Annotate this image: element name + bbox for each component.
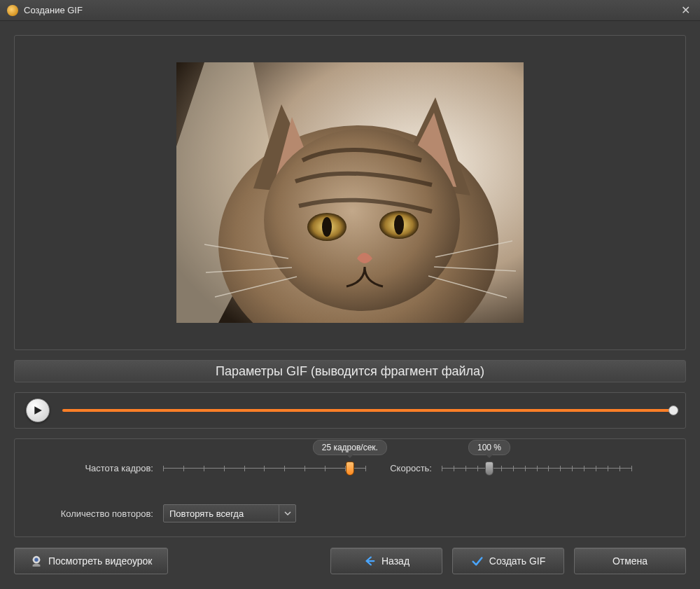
back-label: Назад	[382, 555, 410, 567]
svg-point-2	[264, 129, 460, 311]
close-icon[interactable]: ✕	[678, 4, 693, 17]
params-pane: Частота кадров: 25 кадров/сек. Скорость:…	[14, 438, 686, 537]
video-lesson-button[interactable]: Посмотреть видеоурок	[14, 548, 168, 574]
webcam-icon	[30, 555, 43, 567]
chevron-down-icon	[279, 505, 295, 522]
fps-tooltip: 25 кадров/сек.	[313, 440, 387, 455]
svg-point-14	[34, 558, 38, 562]
timeline-handle[interactable]	[668, 406, 678, 415]
cat-illustration	[176, 62, 524, 323]
speed-label: Скорость:	[376, 463, 432, 473]
back-button[interactable]: Назад	[330, 548, 442, 574]
play-button[interactable]	[26, 399, 50, 422]
window-title: Создание GIF	[24, 5, 678, 15]
preview-pane	[14, 35, 686, 350]
create-label: Создать GIF	[489, 555, 545, 567]
fps-slider[interactable]: 25 кадров/сек.	[163, 464, 366, 473]
timeline-pane	[14, 392, 686, 429]
arrow-left-icon	[363, 555, 376, 567]
repeat-select[interactable]: Повторять всегда	[163, 504, 296, 522]
cancel-label: Отмена	[612, 555, 648, 567]
video-lesson-label: Посмотреть видеоурок	[48, 555, 152, 567]
svg-point-6	[394, 215, 404, 235]
cancel-button[interactable]: Отмена	[574, 548, 686, 574]
svg-point-5	[322, 217, 332, 237]
speed-thumb[interactable]	[485, 462, 493, 476]
fps-thumb[interactable]	[346, 462, 354, 476]
fps-row: Частота кадров: 25 кадров/сек. Скорость:…	[34, 463, 666, 473]
check-icon	[471, 555, 484, 567]
repeat-row: Количество повторов: Повторять всегда	[34, 504, 666, 522]
preview-image	[176, 62, 524, 323]
client-area: Параметры GIF (выводится фрагмент файла)…	[0, 21, 700, 589]
repeat-label: Количество повторов:	[34, 508, 153, 519]
speed-tooltip: 100 %	[468, 440, 510, 455]
app-icon	[7, 5, 18, 16]
play-icon	[33, 406, 43, 415]
timeline-track[interactable]	[62, 409, 674, 412]
create-gif-button[interactable]: Создать GIF	[452, 548, 564, 574]
fps-label: Частота кадров:	[34, 463, 153, 473]
speed-slider[interactable]: 100 %	[442, 464, 632, 473]
footer: Посмотреть видеоурок Назад Создать GIF О…	[14, 547, 686, 575]
section-header: Параметры GIF (выводится фрагмент файла)	[14, 360, 686, 382]
titlebar: Создание GIF ✕	[0, 0, 700, 21]
repeat-value: Повторять всегда	[164, 508, 279, 519]
